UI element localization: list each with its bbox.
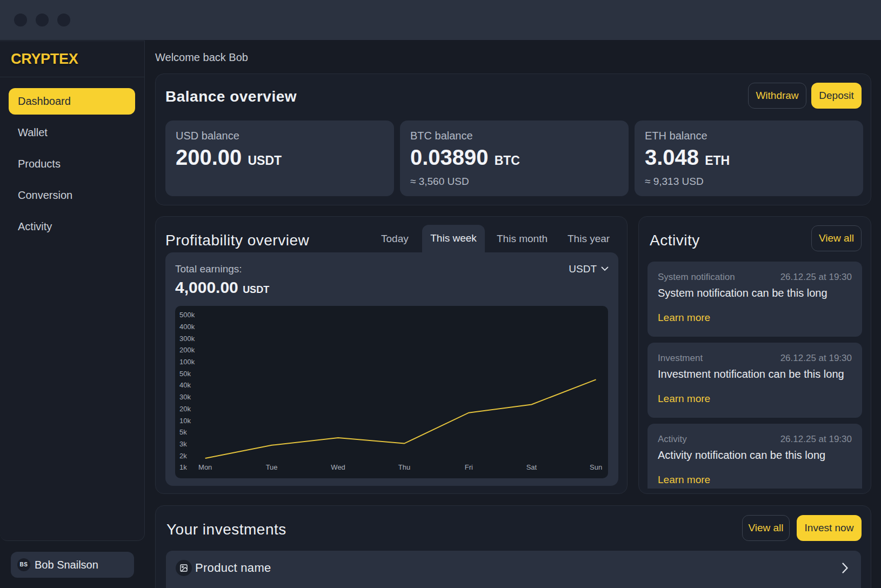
svg-text:Sun: Sun xyxy=(590,463,602,471)
svg-text:40k: 40k xyxy=(179,381,191,389)
svg-text:Sat: Sat xyxy=(526,463,537,471)
svg-text:Tue: Tue xyxy=(266,463,278,471)
svg-text:100k: 100k xyxy=(179,358,195,366)
svg-text:5k: 5k xyxy=(179,428,187,436)
svg-text:Thu: Thu xyxy=(398,463,410,471)
svg-text:400k: 400k xyxy=(179,323,195,331)
svg-text:300k: 300k xyxy=(179,335,195,343)
svg-text:20k: 20k xyxy=(179,405,191,413)
svg-text:Wed: Wed xyxy=(331,463,345,471)
svg-text:200k: 200k xyxy=(179,346,195,354)
svg-text:500k: 500k xyxy=(179,311,195,319)
svg-text:30k: 30k xyxy=(179,393,191,401)
svg-text:1k: 1k xyxy=(179,463,187,471)
svg-text:3k: 3k xyxy=(179,440,187,448)
svg-text:50k: 50k xyxy=(179,370,191,378)
svg-text:Fri: Fri xyxy=(465,463,473,471)
svg-text:2k: 2k xyxy=(179,452,187,460)
svg-text:Mon: Mon xyxy=(198,463,212,471)
svg-text:10k: 10k xyxy=(179,417,191,425)
